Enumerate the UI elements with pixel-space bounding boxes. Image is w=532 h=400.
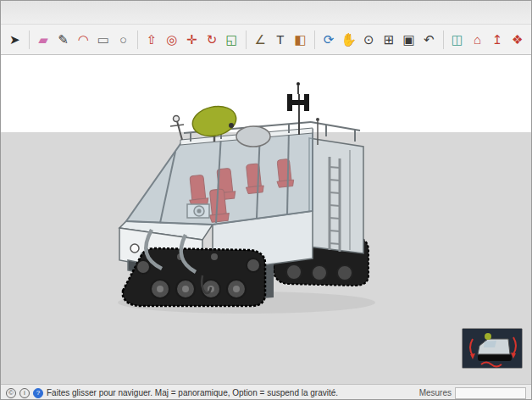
line-tool[interactable]: ✎ bbox=[53, 29, 73, 51]
offset-tool[interactable]: ◎ bbox=[162, 29, 181, 51]
glass-canopy[interactable] bbox=[126, 130, 313, 225]
text-tool[interactable]: T bbox=[271, 29, 291, 51]
measurements-label: Mesures bbox=[419, 388, 452, 397]
radome[interactable] bbox=[236, 126, 270, 147]
status-bar: © i ? Faites glisser pour naviguer. Maj … bbox=[1, 384, 531, 400]
circle-tool[interactable]: ○ bbox=[114, 29, 133, 51]
select-tool[interactable]: ➤ bbox=[5, 29, 25, 51]
orbit-tool[interactable]: ⟳ bbox=[319, 29, 339, 51]
info-icon[interactable]: i bbox=[19, 388, 30, 398]
roof-beacon[interactable] bbox=[170, 116, 184, 141]
rotate-tool[interactable]: ↻ bbox=[202, 29, 222, 51]
zoom-extents-tool[interactable]: ▣ bbox=[399, 29, 418, 51]
measurements-input[interactable] bbox=[455, 387, 526, 399]
zoom-window-tool[interactable]: ⊞ bbox=[380, 29, 399, 51]
share-tool[interactable]: ↥ bbox=[488, 29, 507, 51]
near-track[interactable] bbox=[123, 248, 265, 306]
warehouse-tool[interactable]: ⌂ bbox=[468, 29, 487, 51]
sketchup-window: ➤ ▰ ✎ ◠ ▭ ○ ⇧ ◎ ✛ ↻ ◱ ∠ T ◧ ⟳ ✋ ⊙ ⊞ ▣ ↶ … bbox=[0, 0, 532, 400]
toolbar-separator bbox=[137, 31, 138, 49]
previous-view-tool[interactable]: ↶ bbox=[419, 29, 439, 51]
preview-vehicle-thumbnail bbox=[463, 329, 523, 369]
toolbar-separator bbox=[443, 31, 444, 49]
arc-tool[interactable]: ◠ bbox=[74, 29, 93, 51]
scale-tool[interactable]: ◱ bbox=[222, 29, 241, 51]
zoom-tool[interactable]: ⊙ bbox=[359, 29, 379, 51]
main-toolbar: ➤ ▰ ✎ ◠ ▭ ○ ⇧ ◎ ✛ ↻ ◱ ∠ T ◧ ⟳ ✋ ⊙ ⊞ ▣ ↶ … bbox=[1, 25, 531, 55]
rectangle-tool[interactable]: ▭ bbox=[94, 29, 114, 51]
paint-bucket-tool[interactable]: ◧ bbox=[291, 29, 310, 51]
toolbar-separator bbox=[246, 31, 247, 49]
vehicle-model[interactable] bbox=[1, 55, 531, 384]
attribution-icon[interactable]: © bbox=[6, 388, 16, 398]
section-plane-tool[interactable]: ◫ bbox=[448, 29, 468, 51]
eraser-tool[interactable]: ▰ bbox=[34, 29, 53, 51]
model-viewport[interactable] bbox=[1, 55, 531, 384]
help-icon[interactable]: ? bbox=[33, 388, 43, 398]
components-tool[interactable]: ❖ bbox=[507, 29, 527, 51]
move-tool[interactable]: ✛ bbox=[182, 29, 202, 51]
toolbar-separator bbox=[314, 31, 315, 49]
window-titlebar bbox=[1, 1, 531, 25]
preview-thumbnail[interactable] bbox=[462, 328, 523, 369]
toolbar-separator bbox=[29, 31, 30, 49]
pushpull-tool[interactable]: ⇧ bbox=[142, 29, 162, 51]
tape-measure-tool[interactable]: ∠ bbox=[251, 29, 270, 51]
status-message: Faites glisser pour naviguer. Maj = pano… bbox=[47, 388, 338, 397]
rear-box[interactable] bbox=[309, 138, 363, 253]
pan-tool[interactable]: ✋ bbox=[339, 29, 358, 51]
